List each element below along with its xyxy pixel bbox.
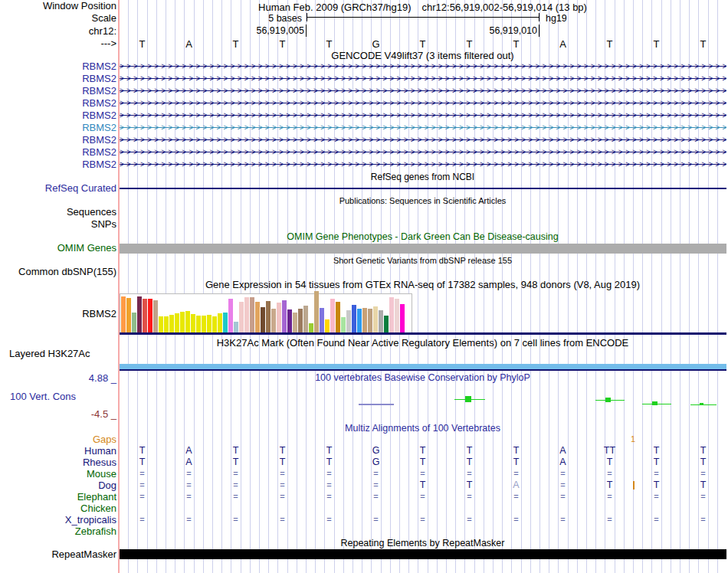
gencode-gene-label-7[interactable]: RBMS2: [0, 134, 116, 146]
window-position-label: Window Position: [0, 0, 116, 11]
gtex-bar-49: [379, 310, 383, 333]
gtex-bar-24: [244, 297, 249, 333]
gtex-expression-chart[interactable]: [120, 293, 412, 334]
layered-h3k27ac-label[interactable]: Layered H3K27Ac: [9, 348, 90, 359]
multiz-title[interactable]: Multiz Alignments of 100 Vertebrates: [119, 423, 726, 434]
vert-cons-label[interactable]: 100 Vert. Cons: [10, 391, 76, 402]
sequences-label[interactable]: Sequences: [0, 206, 116, 218]
scale-tick-left: [307, 13, 307, 21]
aln-x_tropicalis-base-6: =: [353, 514, 399, 526]
refseq-curated-line[interactable]: [120, 188, 726, 189]
aln-dog-base-1: =: [119, 480, 166, 491]
gtex-bar-29: [271, 309, 276, 333]
refseq-title[interactable]: RefSeq genes from NCBI: [119, 172, 726, 183]
common-dbsnp-label[interactable]: Common dbSNP(155): [0, 266, 116, 277]
scale-row-label: Scale: [0, 12, 116, 24]
omim-genes-label[interactable]: OMIM Genes: [0, 242, 116, 254]
publications-title[interactable]: Publications: Sequences in Scientific Ar…: [119, 195, 726, 207]
gencode-gene-row-1[interactable]: >>>>>>>>>>>>>>>>>>>>>>>>>>>>>>>>>>>>>>>>…: [120, 61, 726, 71]
gtex-bar-10: [169, 315, 174, 333]
ruler-base-7: T: [399, 38, 446, 50]
dog-label[interactable]: Dog: [0, 480, 116, 491]
mouse-label[interactable]: Mouse: [0, 468, 116, 480]
rhesus-label[interactable]: Rhesus: [0, 457, 116, 468]
gencode-title[interactable]: GENCODE V49lift37 (3 items filtered out): [119, 50, 726, 61]
aln-rhesus-base-13: T: [680, 457, 726, 468]
aln-mouse-base-9: =: [493, 468, 539, 480]
gtex-bar-17: [207, 315, 212, 333]
gencode-gene-row-5[interactable]: >>>>>>>>>>>>>>>>>>>>>>>>>>>>>>>>>>>>>>>>…: [120, 110, 726, 120]
h3k27ac-title[interactable]: H3K27Ac Mark (Often Found Near Active Re…: [119, 337, 726, 349]
gencode-gene-row-3[interactable]: >>>>>>>>>>>>>>>>>>>>>>>>>>>>>>>>>>>>>>>>…: [120, 86, 726, 96]
gencode-gene-label-9[interactable]: RBMS2: [0, 159, 116, 170]
gtex-bar-27: [261, 307, 265, 333]
gtex-bar-50: [384, 316, 389, 333]
elephant-label[interactable]: Elephant: [0, 491, 116, 503]
gtex-gene-label[interactable]: RBMS2: [0, 308, 116, 319]
repeatmasker-bar[interactable]: [120, 549, 726, 559]
gencode-gene-row-6[interactable]: >>>>>>>>>>>>>>>>>>>>>>>>>>>>>>>>>>>>>>>>…: [120, 123, 726, 133]
chicken-label[interactable]: Chicken: [0, 503, 116, 514]
aln-elephant-base-8: =: [446, 491, 493, 503]
gtex-title[interactable]: Gene Expression in 54 tissues from GTEx …: [119, 279, 726, 290]
gtex-bar-26: [255, 302, 260, 333]
gtex-bar-32: [287, 309, 292, 333]
gtex-bar-23: [239, 302, 244, 333]
aln-mouse-base-12: =: [633, 468, 680, 480]
header-row: Human Feb. 2009 (GRCh37/hg19) chr12:56,9…: [119, 2, 726, 13]
dbsnp-title[interactable]: Short Genetic Variants from dbSNP releas…: [119, 255, 726, 267]
aln-rhesus-base-9: T: [493, 457, 539, 468]
aln-human-base-11: TT: [586, 445, 633, 457]
gencode-gene-row-4[interactable]: >>>>>>>>>>>>>>>>>>>>>>>>>>>>>>>>>>>>>>>>…: [120, 98, 726, 108]
aln-rhesus-base-6: G: [353, 457, 399, 468]
repeatmasker-title[interactable]: Repeating Elements by RepeatMasker: [119, 538, 726, 549]
phylop-mark-square-5: [700, 403, 703, 405]
gencode-gene-label-3[interactable]: RBMS2: [0, 85, 116, 97]
gtex-bar-13: [185, 311, 190, 333]
phylop-title[interactable]: 100 vertebrates Basewise Conservation by…: [119, 372, 726, 384]
aln-elephant-base-9: =: [493, 491, 539, 503]
gencode-gene-row-9[interactable]: >>>>>>>>>>>>>>>>>>>>>>>>>>>>>>>>>>>>>>>>…: [120, 159, 726, 169]
aln-rhesus-base-3: T: [212, 457, 259, 468]
gencode-gene-label-1[interactable]: RBMS2: [0, 61, 116, 72]
xtropicalis-label[interactable]: X_tropicalis: [0, 514, 116, 526]
omim-genes-bar[interactable]: [120, 244, 726, 254]
aln-dog-base-10: =: [539, 480, 586, 491]
gencode-gene-label-4[interactable]: RBMS2: [0, 97, 116, 109]
gtex-bar-40: [330, 299, 335, 333]
omim-title[interactable]: OMIM Gene Phenotypes - Dark Green Can Be…: [119, 231, 726, 243]
aln-human-base-2: A: [166, 445, 212, 457]
refseq-curated-label[interactable]: RefSeq Curated: [0, 182, 116, 194]
scale-tick-right: [539, 13, 539, 21]
gencode-gene-label-5[interactable]: RBMS2: [0, 110, 116, 121]
ruler-base-3: T: [212, 38, 259, 50]
repeatmasker-label[interactable]: RepeatMasker: [0, 548, 116, 560]
gtex-bar-37: [314, 291, 319, 333]
gencode-gene-label-2[interactable]: RBMS2: [0, 73, 116, 84]
gtex-bar-51: [389, 297, 394, 333]
gencode-gene-label-8[interactable]: RBMS2: [0, 146, 116, 158]
gtex-bar-31: [282, 300, 287, 333]
aln-human-base-4: T: [259, 445, 306, 457]
gtex-baseline: [120, 332, 726, 335]
ruler-base-1: T: [119, 38, 166, 50]
aln-dog-base-11: T: [586, 480, 633, 491]
gtex-bar-2: [126, 298, 131, 333]
gencode-gene-row-2[interactable]: >>>>>>>>>>>>>>>>>>>>>>>>>>>>>>>>>>>>>>>>…: [120, 74, 726, 83]
aln-rhesus-base-4: T: [259, 457, 306, 468]
aln-elephant-base-7: =: [399, 491, 446, 503]
snps-label[interactable]: SNPs: [0, 218, 116, 230]
gencode-gene-row-7[interactable]: >>>>>>>>>>>>>>>>>>>>>>>>>>>>>>>>>>>>>>>>…: [120, 135, 726, 145]
gaps-label[interactable]: Gaps: [0, 434, 116, 445]
human-label[interactable]: Human: [0, 445, 116, 457]
layered-h3k27ac-bar[interactable]: [120, 364, 726, 369]
aln-dog-base-6: =: [353, 480, 399, 491]
aln-dog-base-2: =: [166, 480, 212, 491]
aln-rhesus-base-1: T: [119, 457, 166, 468]
aln-human-base-5: T: [306, 445, 353, 457]
aln-x_tropicalis-base-2: =: [166, 514, 212, 526]
gencode-gene-row-8[interactable]: >>>>>>>>>>>>>>>>>>>>>>>>>>>>>>>>>>>>>>>>…: [120, 147, 726, 157]
gencode-gene-label-6[interactable]: RBMS2: [0, 122, 116, 133]
zebrafish-label[interactable]: Zebrafish: [0, 526, 116, 537]
assembly-title: Human Feb. 2009 (GRCh37/hg19): [258, 2, 411, 13]
